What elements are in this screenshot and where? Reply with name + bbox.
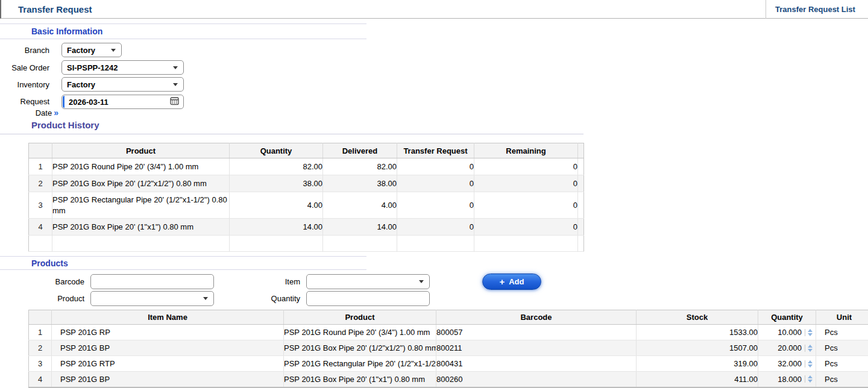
- products-section-header: Products: [0, 256, 366, 270]
- transfer-request-page: Transfer Request Transfer Request List B…: [0, 0, 868, 388]
- cell-barcode: 800260: [436, 372, 637, 387]
- divider: [805, 360, 805, 368]
- transfer-request-list-button[interactable]: Transfer Request List: [775, 0, 855, 19]
- cell-item-name: PSP 201G BP: [52, 372, 284, 387]
- cell-product: PSP 201G Box Pipe 20' (1"x1") 0.80 mm: [284, 372, 436, 387]
- sale-order-value: SI-PSPP-1242: [67, 63, 118, 72]
- cell-product: PSP 201G Box Pipe 20' (1"x1") 0.80 mm: [52, 219, 230, 236]
- quantity-label: Quantity: [252, 294, 300, 303]
- col-product: Product: [284, 310, 436, 325]
- stepper-down-icon[interactable]: [808, 333, 813, 336]
- col-quantity: Quantity: [758, 310, 816, 325]
- item-label: Item: [252, 277, 300, 286]
- cell-product: PSP 201G Rectangular Pipe 20' (1/2"x1-1/…: [284, 356, 436, 372]
- stepper-down-icon[interactable]: [808, 380, 813, 383]
- branch-label: Branch: [0, 46, 49, 55]
- header-divider: [766, 0, 766, 19]
- header-bar: Transfer Request Transfer Request List: [0, 0, 868, 19]
- table-row: 1 PSP 201G RP PSP 201G Round Pipe 20' (3…: [29, 325, 868, 340]
- cell-item-name: PSP 201G RTP: [52, 356, 284, 372]
- sale-order-select[interactable]: SI-PSPP-1242: [61, 60, 184, 75]
- cell-quantity: 14.00: [230, 219, 323, 236]
- cell-item-name: PSP 201G RP: [52, 325, 284, 340]
- section-divider: [0, 134, 583, 134]
- quantity-input[interactable]: [306, 291, 430, 306]
- empty-row: [29, 236, 584, 252]
- cell-barcode: 800211: [436, 340, 637, 356]
- table-header-row: Product Quantity Delivered Transfer Requ…: [29, 143, 584, 158]
- basic-information-section-header: Basic Information: [0, 23, 366, 39]
- chevron-down-icon: [173, 66, 178, 69]
- quantity-stepper[interactable]: [808, 329, 813, 336]
- col-row-number: [29, 143, 52, 158]
- cell-row-number: 4: [29, 372, 52, 387]
- cell-transfer-request: 0: [397, 219, 474, 236]
- product-history-title: Product History: [31, 120, 99, 130]
- divider: [805, 375, 805, 383]
- table-row: 3 PSP 201G Rectangular Pipe 20' (1/2"x1-…: [29, 192, 584, 219]
- cell-stock: 1507.00: [637, 340, 758, 356]
- chevron-down-icon: [173, 83, 178, 86]
- stepper-up-icon[interactable]: [808, 329, 813, 332]
- request-date-label-line1: Request: [0, 97, 49, 106]
- item-select[interactable]: [306, 274, 430, 289]
- plus-icon: +: [499, 277, 505, 287]
- cell-quantity: 38.00: [230, 175, 323, 192]
- col-product: Product: [52, 143, 230, 158]
- cell-remaining: 0: [474, 175, 578, 192]
- cell-remaining: 0: [474, 219, 578, 236]
- cell-quantity: 4.00: [230, 192, 323, 219]
- add-button[interactable]: + Add: [482, 274, 541, 290]
- product-history-table: Product Quantity Delivered Transfer Requ…: [28, 143, 584, 252]
- cell-product: PSP 201G Round Pipe 20' (3/4") 1.00 mm: [52, 158, 230, 175]
- branch-select[interactable]: Factory: [61, 43, 122, 57]
- cell-delivered: 14.00: [323, 219, 397, 236]
- col-remaining: Remaining: [474, 143, 578, 158]
- cell-delivered: 38.00: [323, 175, 397, 192]
- divider: [805, 345, 805, 352]
- stepper-down-icon[interactable]: [808, 349, 813, 352]
- stepper-up-icon[interactable]: [808, 345, 813, 348]
- product-label: Product: [36, 294, 84, 303]
- col-quantity: Quantity: [230, 143, 323, 158]
- col-delivered: Delivered: [323, 143, 397, 158]
- cell-barcode: 800431: [436, 356, 637, 372]
- cell-row-number: 2: [29, 340, 52, 356]
- cell-quantity: 20.000: [758, 340, 816, 356]
- calendar-icon[interactable]: [170, 97, 179, 107]
- quantity-value: 18.000: [778, 375, 802, 384]
- quantity-value: 10.000: [778, 328, 802, 337]
- col-row-number: [29, 310, 52, 325]
- table-row: 2 PSP 201G BP PSP 201G Box Pipe 20' (1/2…: [29, 340, 868, 356]
- chevron-down-icon: [111, 49, 116, 52]
- quantity-value: 20.000: [778, 343, 802, 352]
- double-chevron-icon: »: [54, 108, 58, 117]
- cell-row-number: 1: [29, 158, 52, 175]
- page-title: Transfer Request: [18, 0, 92, 19]
- quantity-stepper[interactable]: [808, 360, 813, 368]
- focus-indicator: [63, 96, 64, 108]
- products-title: Products: [31, 257, 68, 269]
- stepper-up-icon[interactable]: [808, 375, 813, 378]
- divider: [805, 329, 805, 336]
- cell-quantity: 82.00: [230, 158, 323, 175]
- quantity-stepper[interactable]: [808, 345, 813, 352]
- table-header-row: Item Name Product Barcode Stock Quantity…: [29, 310, 868, 325]
- add-button-label: Add: [509, 277, 524, 286]
- table-row: 4 PSP 201G Box Pipe 20' (1"x1") 0.80 mm …: [29, 219, 584, 236]
- quantity-value: 32.000: [778, 359, 802, 368]
- table-row: 2 PSP 201G Box Pipe 20' (1/2"x1/2") 0.80…: [29, 175, 584, 192]
- request-date-input[interactable]: 2026-03-11: [61, 95, 184, 109]
- quantity-stepper[interactable]: [808, 375, 813, 383]
- cell-transfer-request: 0: [397, 158, 474, 175]
- product-select[interactable]: [90, 291, 214, 306]
- cell-transfer-request: 0: [397, 192, 474, 219]
- stepper-down-icon[interactable]: [808, 365, 813, 368]
- barcode-input[interactable]: [90, 274, 214, 289]
- cell-delivered: 4.00: [323, 192, 397, 219]
- cell-unit: Pcs: [816, 325, 868, 340]
- inventory-select[interactable]: Factory: [61, 77, 184, 92]
- inventory-value: Factory: [67, 80, 95, 89]
- cell-quantity: 18.000: [758, 372, 816, 387]
- stepper-up-icon[interactable]: [808, 360, 813, 363]
